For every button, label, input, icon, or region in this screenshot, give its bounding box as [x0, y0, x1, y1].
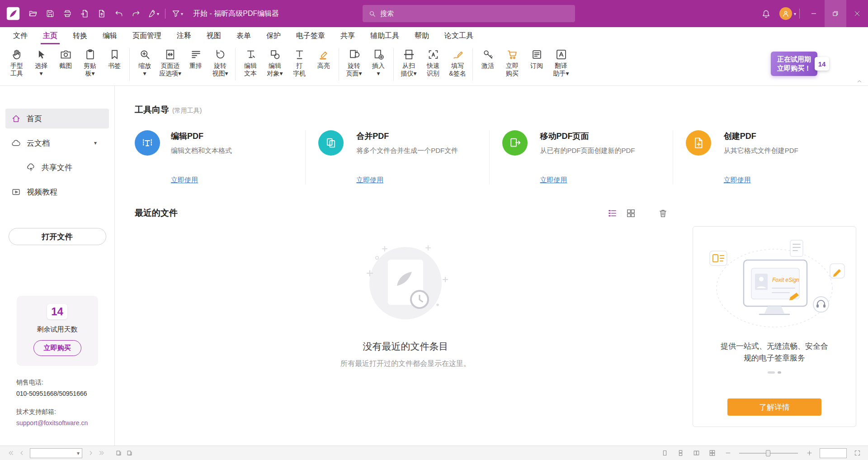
next-page-icon[interactable]	[85, 448, 96, 459]
menu-help[interactable]: 帮助	[407, 27, 437, 44]
highlighter-icon	[318, 48, 330, 61]
close-button[interactable]	[846, 0, 868, 27]
single-page-view-icon[interactable]	[659, 448, 670, 459]
continuous-view-icon[interactable]	[675, 448, 686, 459]
previous-view-icon[interactable]	[113, 448, 124, 459]
carousel-dot[interactable]	[778, 371, 781, 374]
open-file-button[interactable]: 打开文件	[9, 228, 106, 245]
open-file-icon[interactable]	[24, 5, 42, 23]
menu-paper-tools[interactable]: 论文工具	[437, 27, 481, 44]
menu-file[interactable]: 文件	[5, 27, 35, 44]
create-pdf-icon	[686, 130, 711, 156]
ribbon-insert-pages[interactable]: 插入▾	[366, 47, 391, 78]
menu-share[interactable]: 共享	[333, 27, 363, 44]
list-view-icon[interactable]	[607, 208, 618, 218]
export-doc-icon[interactable]	[76, 5, 93, 23]
ribbon-rotate-pages[interactable]: 旋转页面▾	[342, 47, 366, 78]
card-desc: 将多个文件合并生成一个PDF文件	[356, 147, 481, 155]
trial-badge[interactable]: 正在试用期 立即购买！	[771, 52, 817, 76]
use-now-link[interactable]: 立即使用	[540, 176, 567, 185]
undo-icon[interactable]	[110, 5, 127, 23]
search-input[interactable]: 搜索	[363, 5, 575, 22]
hand-tool-icon	[11, 48, 23, 61]
send-doc-icon[interactable]	[93, 5, 110, 23]
menu-esign[interactable]: 电子签章	[288, 27, 333, 44]
menu-form[interactable]: 表单	[229, 27, 259, 44]
card-title: 创建PDF	[724, 131, 848, 142]
menu-edit[interactable]: 编辑	[95, 27, 125, 44]
menu-page-management[interactable]: 页面管理	[125, 27, 169, 44]
zoom-level-input[interactable]	[820, 448, 847, 458]
support-email-link[interactable]: support@foxitsoftware.cn	[16, 418, 114, 427]
notifications-bell-icon[interactable]	[758, 5, 775, 23]
ribbon-bookmark[interactable]: 书签	[102, 47, 127, 71]
tool-card-create-pdf: 创建PDF 从其它格式文件创建PDF 立即使用	[673, 130, 856, 185]
ribbon-from-scanner[interactable]: 从扫描仪▾	[396, 47, 421, 78]
continuous-facing-view-icon[interactable]	[707, 448, 717, 459]
ribbon-translate-assistant[interactable]: 翻译助手▾	[549, 47, 573, 78]
zoom-slider-thumb[interactable]	[766, 450, 770, 456]
minimize-button[interactable]	[803, 0, 825, 27]
redo-icon[interactable]	[127, 5, 145, 23]
account-chevron-down-icon[interactable]: ▾	[794, 11, 796, 16]
ribbon-subscribe[interactable]: 订阅	[524, 47, 549, 71]
user-avatar[interactable]	[779, 7, 792, 20]
page-number-input[interactable]: ▾	[30, 448, 82, 458]
menu-view[interactable]: 视图	[199, 27, 229, 44]
carousel-dot[interactable]	[768, 371, 775, 374]
previous-page-icon[interactable]	[16, 448, 27, 459]
use-now-link[interactable]: 立即使用	[356, 176, 383, 185]
ribbon-page-fit-options[interactable]: 页面适应选项▾	[157, 47, 184, 78]
ribbon-rotate-view[interactable]: 旋转视图▾	[208, 47, 232, 78]
clear-recent-trash-icon[interactable]	[658, 208, 668, 218]
trial-banner[interactable]: 正在试用期 立即购买！ 14	[771, 52, 829, 76]
ribbon-snapshot[interactable]: 截图	[53, 47, 78, 71]
ribbon-clipboard[interactable]: 剪贴板▾	[78, 47, 102, 78]
zoom-out-icon[interactable]	[722, 448, 733, 459]
sidebar-item-home[interactable]: 首页	[5, 109, 109, 128]
recent-files-header: 最近的文件	[135, 207, 676, 219]
zoom-in-icon[interactable]	[804, 448, 815, 459]
chevron-down-icon[interactable]: ▾	[94, 140, 97, 146]
ribbon-highlight[interactable]: 高亮	[311, 47, 336, 71]
sales-phone-label: 销售电话:	[16, 378, 114, 387]
facing-view-icon[interactable]	[691, 448, 702, 459]
ribbon-select[interactable]: 选择▾	[29, 47, 53, 78]
ribbon-reflow[interactable]: 重排	[184, 47, 208, 71]
restore-button[interactable]	[825, 0, 846, 27]
ribbon-zoom[interactable]: 缩放▾	[132, 47, 157, 78]
menu-convert[interactable]: 转换	[65, 27, 95, 44]
ribbon-quick-ocr[interactable]: 快速识别	[421, 47, 445, 78]
ribbon-edit-text[interactable]: 编辑文本	[238, 47, 263, 78]
menu-accessibility[interactable]: 辅助工具	[363, 27, 407, 44]
use-now-link[interactable]: 立即使用	[171, 176, 198, 185]
print-icon[interactable]	[59, 5, 76, 23]
sidebar-item-video-tutorials[interactable]: 视频教程	[5, 182, 109, 202]
buy-now-button[interactable]: 立即购买	[33, 340, 81, 356]
toolbar-filter-icon[interactable]: ▾	[169, 5, 186, 23]
ribbon-edit-object[interactable]: 编辑对象▾	[263, 47, 287, 78]
learn-more-button[interactable]: 了解详情	[727, 398, 821, 416]
ribbon-buy-now[interactable]: 立即购买	[500, 47, 524, 78]
save-icon[interactable]	[42, 5, 59, 23]
sidebar-item-shared-files[interactable]: 共享文件	[5, 157, 109, 177]
ribbon-typewriter[interactable]: 打字机	[287, 47, 311, 78]
first-page-icon[interactable]	[5, 448, 16, 459]
last-page-icon[interactable]	[96, 448, 107, 459]
menu-home[interactable]: 主页	[35, 27, 65, 44]
ribbon-hand-tool[interactable]: 手型工具	[5, 47, 29, 78]
grid-view-icon[interactable]	[626, 208, 636, 218]
use-now-link[interactable]: 立即使用	[724, 176, 751, 185]
collapse-ribbon-icon[interactable]	[855, 78, 863, 85]
ribbon-fill-sign[interactable]: 填写&签名	[445, 47, 470, 78]
next-view-icon[interactable]	[124, 448, 135, 459]
ribbon-activate[interactable]: 激活	[476, 47, 500, 71]
zoom-slider[interactable]	[739, 453, 798, 454]
menu-protect[interactable]: 保护	[259, 27, 288, 44]
quick-sign-icon[interactable]: ▾	[145, 5, 162, 23]
app-logo-icon[interactable]	[5, 6, 21, 21]
menu-comment[interactable]: 注释	[169, 27, 199, 44]
fullscreen-icon[interactable]	[852, 448, 863, 459]
search-placeholder: 搜索	[380, 9, 394, 18]
sidebar-item-cloud-docs[interactable]: 云文档 ▾	[5, 133, 109, 153]
